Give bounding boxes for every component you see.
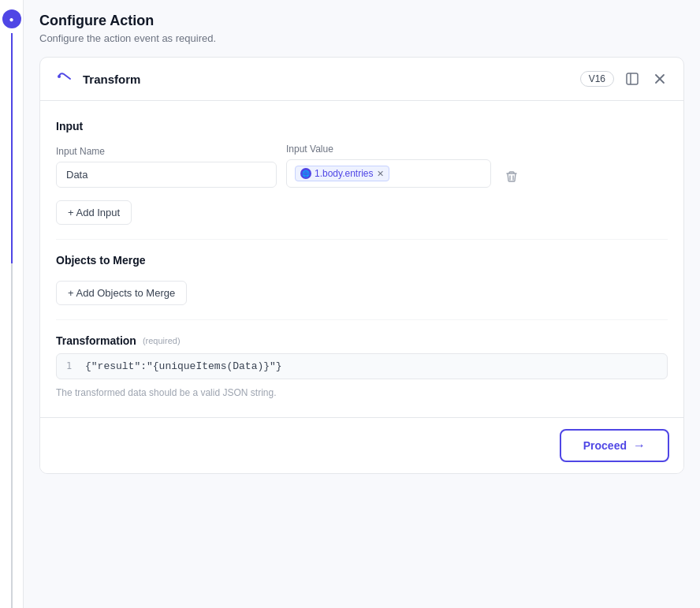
proceed-label: Proceed [583,439,627,452]
input-name-field[interactable] [56,162,277,188]
transformation-title: Transformation [56,334,136,347]
input-section-title: Input [56,120,668,132]
card-title: Transform [83,73,572,86]
card-footer: Proceed → [40,417,683,473]
add-input-label: + Add Input [68,207,120,218]
svg-rect-1 [627,73,638,84]
add-objects-button[interactable]: + Add Objects to Merge [56,281,187,305]
input-name-label: Input Name [56,146,277,157]
input-value-group: Input Value 🌐 1.body.entries ✕ [286,144,491,188]
objects-section: Objects to Merge + Add Objects to Merge [56,254,668,305]
line-number: 1 [66,360,76,371]
proceed-arrow-icon: → [633,438,646,453]
transformation-section: Transformation (required) 1 {"result":"{… [56,334,668,398]
section-divider-1 [56,239,668,240]
transform-card: Transform V16 Inpu [39,57,684,474]
input-value-label: Input Value [286,144,491,155]
proceed-button[interactable]: Proceed → [560,429,669,462]
transform-icon [54,69,75,89]
input-value-tag: 🌐 1.body.entries ✕ [295,166,389,181]
input-row: Input Name Input Value 🌐 1.body.entries … [56,144,668,188]
version-badge: V16 [580,71,614,87]
page-title: Configure Action [39,13,684,29]
add-input-button[interactable]: + Add Input [56,200,132,225]
sidebar-step-icon: ● [2,9,21,28]
section-divider-2 [56,319,668,320]
main-content: Configure Action Configure the action ev… [24,0,700,608]
code-line-1: 1 {"result":"{uniqueItems(Data)}"} [57,354,667,379]
sidebar: ● [0,0,24,608]
json-hint: The transformed data should be a valid J… [56,387,668,398]
tag-globe-icon: 🌐 [300,168,311,179]
transformation-label-row: Transformation (required) [56,334,668,347]
card-body: Input Input Name Input Value 🌐 1.body.en… [40,101,683,417]
objects-section-title: Objects to Merge [56,254,668,267]
delete-input-button[interactable] [501,166,523,188]
add-objects-label: + Add Objects to Merge [68,287,175,299]
page-subtitle: Configure the action event as required. [39,32,684,44]
tag-text: 1.body.entries [315,168,374,179]
close-button[interactable] [650,69,669,89]
svg-point-0 [58,75,61,78]
tag-close-button[interactable]: ✕ [377,170,384,178]
card-header: Transform V16 [40,58,683,101]
code-content: {"result":"{uniqueItems(Data)}"} [85,360,657,372]
code-editor[interactable]: 1 {"result":"{uniqueItems(Data)}"} [56,353,668,379]
required-badge: (required) [143,336,181,345]
sidebar-progress-line [11,33,13,608]
expand-button[interactable] [622,69,642,89]
input-name-group: Input Name [56,146,277,188]
card-actions [622,69,669,89]
input-value-field[interactable]: 🌐 1.body.entries ✕ [286,159,491,188]
